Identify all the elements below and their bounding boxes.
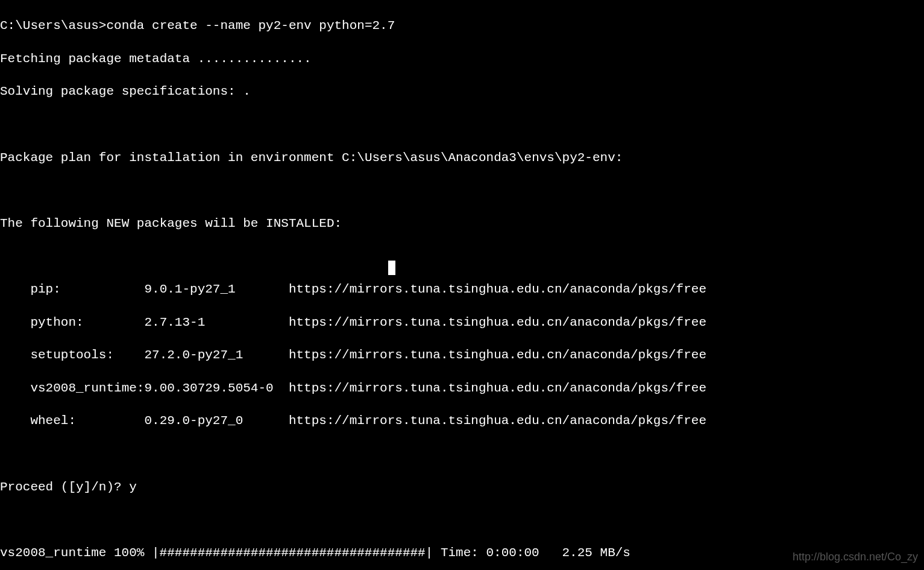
package-row: wheel:0.29.0-py27_0https://mirrors.tuna.… <box>0 413 924 429</box>
package-row: pip:9.0.1-py27_1https://mirrors.tuna.tsi… <box>0 281 924 297</box>
proceed-prompt: Proceed ([y]/n)? y <box>0 479 924 495</box>
progress-speed: 2.25 MB/s <box>539 545 630 561</box>
package-name: setuptools: <box>0 347 144 363</box>
package-url: https://mirrors.tuna.tsinghua.edu.cn/ana… <box>289 413 924 429</box>
solving-line: Solving package specifications: . <box>0 83 924 100</box>
package-row: setuptools:27.2.0-py27_1https://mirrors.… <box>0 347 924 363</box>
package-url: https://mirrors.tuna.tsinghua.edu.cn/ana… <box>289 281 924 297</box>
package-row: python:2.7.13-1https://mirrors.tuna.tsin… <box>0 314 924 331</box>
blank-line <box>0 182 924 198</box>
progress-percent: 100% <box>114 545 152 561</box>
package-version: 9.0.1-py27_1 <box>144 281 288 297</box>
blank-line <box>0 116 924 133</box>
package-version: 9.00.30729.5054-0 <box>144 380 288 396</box>
package-name: wheel: <box>0 413 144 429</box>
package-name: python: <box>0 314 144 331</box>
package-url: https://mirrors.tuna.tsinghua.edu.cn/ana… <box>289 347 924 363</box>
progress-name: vs2008_runtime <box>0 545 114 561</box>
blank-line <box>0 248 924 264</box>
progress-time: Time: 0:00:00 <box>433 545 539 561</box>
watermark: http://blog.csdn.net/Co_zy <box>793 550 918 564</box>
blank-line <box>0 446 924 462</box>
package-name: vs2008_runtime: <box>0 380 144 396</box>
prompt-line: C:\Users\asus>conda create --name py2-en… <box>0 17 924 34</box>
package-version: 2.7.13-1 <box>144 314 288 331</box>
cursor-icon <box>388 261 395 275</box>
plan-header: Package plan for installation in environ… <box>0 150 924 166</box>
blank-line <box>0 511 924 528</box>
progress-bar: |###################################| <box>152 545 433 561</box>
new-packages-header: The following NEW packages will be INSTA… <box>0 215 924 232</box>
package-url: https://mirrors.tuna.tsinghua.edu.cn/ana… <box>289 314 924 331</box>
package-name: pip: <box>0 281 144 297</box>
package-url: https://mirrors.tuna.tsinghua.edu.cn/ana… <box>289 380 924 396</box>
package-version: 27.2.0-py27_1 <box>144 347 288 363</box>
package-row: vs2008_runtime:9.00.30729.5054-0https://… <box>0 380 924 396</box>
package-version: 0.29.0-py27_0 <box>144 413 288 429</box>
progress-row: vs2008_runtime100%|#####################… <box>0 545 924 561</box>
terminal-output[interactable]: C:\Users\asus>conda create --name py2-en… <box>0 0 924 570</box>
fetching-line: Fetching package metadata ..............… <box>0 51 924 67</box>
